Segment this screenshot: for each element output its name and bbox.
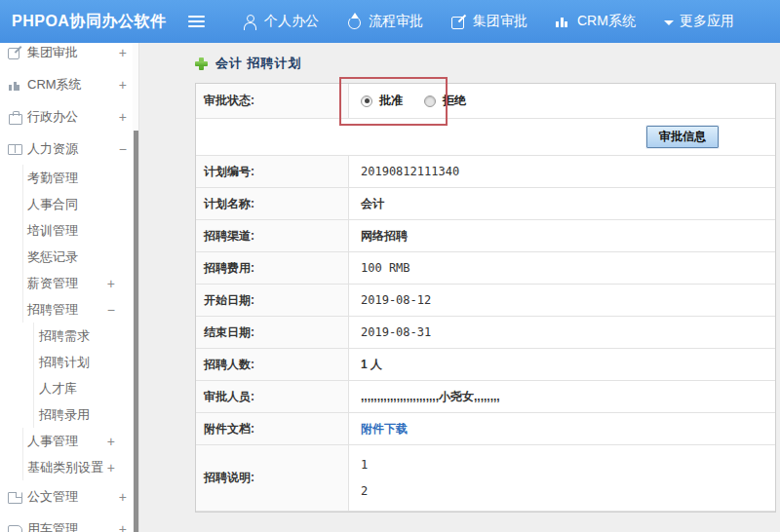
sidebar-item[interactable]: 招聘需求 [33, 323, 138, 349]
sidebar-item-icon [8, 490, 21, 504]
sidebar-item-label: 公文管理 [27, 488, 78, 506]
sidebar-item-label: 用车管理 [27, 520, 78, 532]
sidebar-item[interactable]: 集团审批 + [0, 43, 138, 68]
approval-button-row: 审批信息 [196, 119, 775, 156]
sidebar-item[interactable]: 招聘管理 − [22, 296, 138, 323]
field-value-cell: 1 人 [349, 349, 775, 380]
top-nav-item[interactable]: 个人办公 [242, 13, 319, 30]
sidebar-item[interactable]: 人力资源 − [0, 133, 138, 165]
form-row: 招聘渠道: 网络招聘 [196, 220, 775, 252]
sidebar-item-label: 培训管理 [27, 222, 78, 240]
form-row: 结束日期: 2019-08-31 [196, 317, 775, 349]
field-value: 网络招聘 [361, 228, 408, 245]
sidebar-item-label: 招聘管理 [27, 301, 78, 319]
sidebar-item-label: 人事管理 [27, 433, 78, 450]
field-value: 2019-08-31 [361, 325, 431, 339]
form-row: 招聘费用: 100 RMB [196, 252, 775, 285]
field-value: 1 2 [361, 452, 368, 505]
top-nav-item[interactable]: 流程审批 [346, 13, 423, 30]
field-label: 附件文档: [196, 413, 349, 444]
form-row: 招聘人数: 1 人 [196, 349, 775, 381]
field-label: 审批人员: [196, 381, 349, 412]
page-title: 会计 招聘计划 [215, 55, 302, 72]
plus-icon [195, 57, 208, 70]
field-value-cell: 网络招聘 [349, 220, 775, 251]
radio-option[interactable]: 批准 [361, 93, 403, 109]
field-value: 1 人 [361, 357, 382, 373]
approval-info-button[interactable]: 审批信息 [646, 126, 719, 148]
sidebar-item-label: 招聘录用 [39, 406, 90, 424]
sidebar-item[interactable]: CRM系统 + [0, 68, 138, 100]
nav-item-label: 流程审批 [369, 13, 423, 30]
field-value-cell: 2019-08-12 [349, 285, 775, 316]
sidebar-item[interactable]: 公文管理 + [0, 480, 138, 513]
attachment-download-link[interactable]: 附件下载 [361, 421, 408, 437]
field-value-cell: 附件下载 [349, 413, 775, 444]
form-row: 审批人员: ,,,,,,,,,,,,,,,,,,,,,,,,小尧女,,,,,,,… [196, 381, 775, 413]
sidebar-item[interactable]: 用车管理 + [0, 513, 138, 532]
radio-icon[interactable] [424, 95, 436, 107]
nav-item-icon [346, 14, 362, 29]
sidebar-item[interactable]: 基础类别设置 + [22, 454, 138, 480]
field-value-cell: 100 RMB [349, 252, 775, 284]
sidebar-item[interactable]: 薪资管理 + [22, 270, 138, 296]
radio-label: 拒绝 [443, 93, 466, 109]
sidebar-menu: 集团审批 + CRM系统 + 行政办公 + 人力资源 − [0, 43, 138, 532]
field-label: 计划名称: [196, 188, 349, 219]
sidebar-scrollbar-thumb[interactable] [134, 131, 138, 532]
approval-status-row: 审批状态: 批准 拒绝 [196, 84, 775, 119]
nav-item-icon [663, 18, 673, 25]
nav-item-label: 集团审批 [473, 13, 527, 30]
nav-item-icon [555, 14, 570, 29]
sidebar-item[interactable]: 招聘录用 [33, 401, 138, 428]
sidebar-item[interactable]: 招聘计划 [33, 349, 138, 375]
field-value-cell: 2019-08-31 [349, 317, 775, 348]
sidebar-item-label: 人事合同 [27, 196, 78, 213]
sidebar-item[interactable]: 考勤管理 [22, 165, 138, 191]
form-row: 计划编号: 20190812111340 [196, 156, 775, 188]
top-nav-item[interactable]: 集团审批 [450, 13, 527, 30]
field-label: 招聘渠道: [196, 220, 349, 251]
top-nav-item[interactable]: 更多应用 [663, 13, 734, 30]
recruitment-plan-form: 审批状态: 批准 拒绝 审批信息 计划编号: [195, 83, 776, 513]
page-title-row: 会计 招聘计划 [195, 55, 780, 72]
approval-status-options: 批准 拒绝 [349, 84, 775, 118]
field-value-cell: ,,,,,,,,,,,,,,,,,,,,,,,,小尧女,,,,,,,, [349, 381, 775, 412]
sidebar-item-label: 招聘需求 [39, 327, 90, 345]
sidebar-item-label: 人力资源 [27, 140, 78, 158]
hamburger-menu-icon[interactable] [187, 15, 207, 28]
field-value: 会计 [361, 196, 384, 212]
field-label: 招聘说明: [196, 445, 349, 511]
sidebar-item-icon [8, 46, 21, 59]
content-area: 会计 招聘计划 审批状态: 批准 拒绝 审批信息 [139, 43, 780, 532]
field-label: 招聘人数: [196, 349, 349, 380]
field-value-cell: 20190812111340 [349, 156, 775, 187]
radio-label: 批准 [379, 93, 403, 109]
sidebar-item[interactable]: 人事管理 + [22, 428, 138, 454]
top-nav: 个人办公 流程审批 集团审批 CRM系统 更多应用 [242, 13, 734, 30]
field-label: 审批状态: [196, 84, 349, 118]
sidebar-item[interactable]: 人才库 [33, 375, 138, 401]
sidebar-item-label: 行政办公 [27, 108, 78, 126]
field-value: 100 RMB [361, 261, 410, 275]
sidebar-item-label: 基础类别设置 [27, 459, 103, 476]
top-nav-item[interactable]: CRM系统 [555, 13, 636, 30]
form-row: 招聘说明: 1 2 [196, 445, 775, 512]
sidebar-item[interactable]: 奖惩记录 [22, 244, 138, 270]
sidebar-item[interactable]: 人事合同 [22, 191, 138, 217]
field-value: ,,,,,,,,,,,,,,,,,,,,,,,,小尧女,,,,,,,, [361, 389, 500, 405]
nav-item-label: 个人办公 [264, 13, 319, 30]
sidebar-item-icon [8, 110, 21, 124]
sidebar-item[interactable]: 行政办公 + [0, 100, 138, 133]
sidebar-item-icon [8, 142, 21, 156]
field-value-cell: 1 2 [349, 445, 775, 511]
field-label: 开始日期: [196, 285, 349, 316]
radio-icon[interactable] [361, 95, 372, 107]
top-header: PHPOA协同办公软件 个人办公 流程审批 集团审批 CRM系统 [0, 0, 780, 43]
sidebar-item-label: 奖惩记录 [27, 248, 78, 266]
sidebar-item-label: 考勤管理 [27, 170, 78, 187]
sidebar-item[interactable]: 培训管理 [22, 217, 138, 244]
app-logo[interactable]: PHPOA协同办公软件 [0, 12, 187, 32]
radio-option[interactable]: 拒绝 [424, 93, 466, 109]
sidebar-item-icon [8, 78, 21, 92]
